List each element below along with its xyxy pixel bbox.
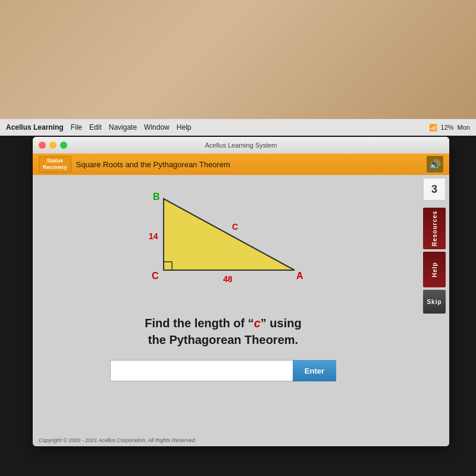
menu-edit[interactable]: Edit (89, 123, 102, 131)
resources-button[interactable]: Resources (423, 208, 446, 249)
vertex-a-label: A (296, 271, 303, 281)
status-line1: Status (43, 158, 67, 164)
help-button[interactable]: Help (423, 252, 446, 287)
answer-input[interactable] (110, 360, 293, 381)
wifi-icon: 📶 (429, 124, 437, 131)
lesson-title: Square Roots and the Pythagorean Theorem (76, 160, 230, 169)
question-number: 3 (423, 178, 446, 201)
side-48-label: 48 (223, 274, 233, 284)
menu-navigate[interactable]: Navigate (109, 123, 137, 131)
mac-menubar: Acellus Learning File Edit Navigate Wind… (0, 119, 476, 136)
maximize-button[interactable] (60, 142, 67, 149)
highlight-c: c (254, 317, 261, 330)
question-line2: the Pythagorean Theorem. (145, 331, 301, 348)
minimize-button[interactable] (49, 142, 57, 149)
input-area: Enter (110, 360, 336, 381)
content-area: 3 Resources Help Skip B (33, 175, 449, 446)
clock-time: Mon (458, 124, 470, 131)
room-background (0, 0, 476, 119)
diagram-area: B C A C 14 48 (45, 187, 402, 306)
hypotenuse-label: C (232, 222, 238, 231)
vertex-b-label: B (153, 192, 160, 202)
triangle-shape (164, 199, 295, 270)
triangle-diagram: B C A C 14 48 (128, 187, 318, 306)
window-titlebar: Acellus Learning System (33, 137, 449, 154)
app-header: Status Recovery Square Roots and the Pyt… (33, 154, 449, 175)
app-window: Acellus Learning System Status Recovery … (33, 137, 449, 446)
window-controls (39, 142, 67, 149)
right-sidebar: 3 Resources Help Skip (419, 175, 449, 446)
window-title: Acellus Learning System (205, 142, 277, 149)
side-14-label: 14 (149, 231, 158, 241)
enter-button[interactable]: Enter (293, 360, 336, 381)
menu-help[interactable]: Help (177, 123, 192, 131)
status-icons: 📶 12% Mon (429, 124, 470, 131)
speaker-icon[interactable]: 🔊 (427, 156, 443, 173)
menu-file[interactable]: File (71, 123, 82, 131)
battery-status: 12% (441, 124, 454, 131)
status-line2: Recovery (43, 164, 67, 171)
question-text: Find the length of “c” using the Pythago… (145, 315, 301, 348)
close-button[interactable] (39, 142, 46, 149)
vertex-c-label: C (152, 271, 159, 281)
question-line1: Find the length of “c” using (145, 315, 301, 331)
app-name: Acellus Learning (6, 123, 64, 131)
copyright-text: Copyright © 2003 - 2021 Acellus Corporat… (39, 437, 196, 443)
status-badge: Status Recovery (39, 156, 71, 173)
menu-window[interactable]: Window (144, 123, 170, 131)
skip-button[interactable]: Skip (423, 290, 446, 314)
